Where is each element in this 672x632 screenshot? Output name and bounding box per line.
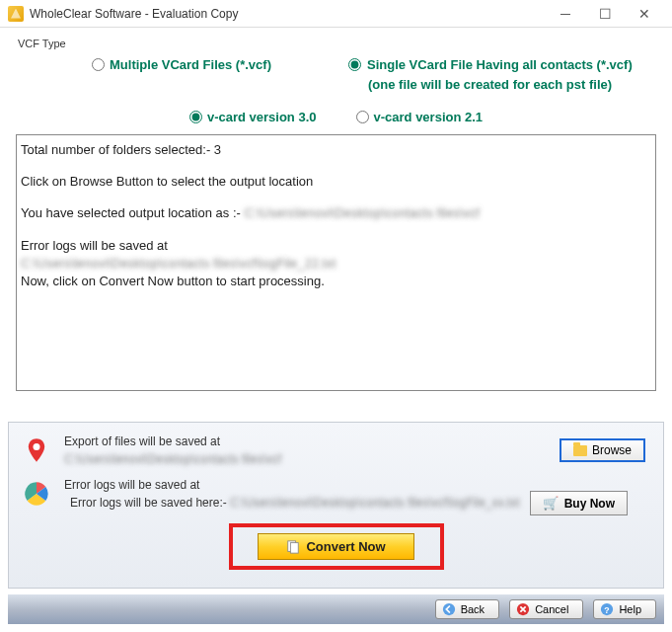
folder-icon [573, 445, 587, 456]
buy-label: Buy Now [564, 497, 615, 511]
radio-multiple-vcf[interactable] [92, 58, 105, 71]
svg-rect-2 [291, 542, 299, 553]
window-title: WholeClear Software - Evaluation Copy [30, 7, 546, 21]
convert-now-button[interactable]: Convert Now [258, 533, 413, 560]
convert-icon [286, 540, 300, 554]
minimize-button[interactable]: ─ [546, 1, 585, 27]
cancel-label: Cancel [535, 603, 568, 615]
app-icon [8, 6, 24, 22]
radio-v21[interactable] [356, 111, 369, 123]
log-line: Error logs will be saved atC:\Users\leno… [21, 237, 651, 291]
svg-text:?: ? [605, 605, 610, 615]
svg-point-3 [443, 603, 455, 615]
cancel-button[interactable]: Cancel [509, 599, 583, 619]
maximize-button[interactable]: ☐ [585, 1, 625, 27]
browse-button[interactable]: Browse [560, 438, 645, 462]
convert-label: Convert Now [306, 539, 385, 554]
radio-single-label2: (one file will be created for each pst f… [368, 77, 612, 92]
cart-icon: 🛒 [543, 496, 559, 511]
back-icon [442, 602, 456, 616]
radio-single-label1: Single VCard File Having all contacts (*… [367, 57, 633, 72]
help-icon: ? [600, 602, 614, 616]
errlog-title: Error logs will be saved at [64, 478, 649, 492]
help-label: Help [619, 603, 641, 615]
radio-single-vcf[interactable] [348, 58, 361, 71]
radio-v30[interactable] [189, 111, 202, 123]
nav-bar: Back Cancel ? Help [8, 594, 664, 624]
pie-icon [23, 480, 50, 508]
radio-v21-label: v-card version 2.1 [374, 110, 484, 124]
close-button[interactable]: ✕ [625, 1, 664, 27]
log-line: You have selected output location as :- … [21, 204, 651, 222]
highlight-box: Convert Now [229, 523, 444, 570]
log-panel: Total number of folders selected:- 3 Cli… [16, 134, 656, 391]
radio-v30-label: v-card version 3.0 [207, 110, 317, 124]
title-bar: WholeClear Software - Evaluation Copy ─ … [0, 0, 672, 28]
pin-icon [23, 436, 50, 464]
action-panel: Export of files will be saved at C:\User… [8, 422, 664, 589]
log-line: Total number of folders selected:- 3 [21, 141, 651, 159]
browse-label: Browse [592, 443, 632, 457]
cancel-icon [516, 602, 530, 616]
back-label: Back [461, 603, 485, 615]
svg-point-0 [34, 443, 40, 450]
help-button[interactable]: ? Help [593, 599, 656, 619]
radio-multiple-label: Multiple VCard Files (*.vcf) [110, 57, 271, 72]
export-row: Export of files will be saved at C:\User… [23, 434, 649, 466]
buy-now-button[interactable]: 🛒 Buy Now [530, 491, 628, 515]
back-button[interactable]: Back [435, 599, 499, 619]
log-line: Click on Browse Button to select the out… [21, 173, 651, 191]
vcf-type-label: VCF Type [8, 38, 664, 49]
